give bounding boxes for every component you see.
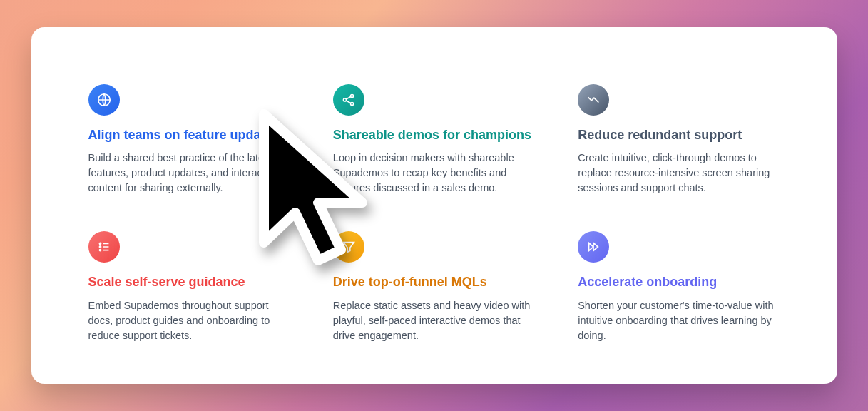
feature-shareable-demos: Shareable demos for champions Loop in de… bbox=[333, 84, 535, 196]
feature-align-teams: Align teams on feature updates Build a s… bbox=[88, 84, 290, 196]
feature-desc: Shorten your customer's time-to-value wi… bbox=[578, 298, 780, 343]
feature-title: Drive top-of-funnel MQLs bbox=[333, 274, 535, 290]
feature-title: Reduce redundant support bbox=[578, 127, 780, 143]
svg-point-4 bbox=[99, 243, 101, 245]
feature-card: Align teams on feature updates Build a s… bbox=[31, 27, 837, 384]
feature-grid: Align teams on feature updates Build a s… bbox=[88, 84, 780, 343]
feature-title: Scale self-serve guidance bbox=[88, 274, 290, 290]
svg-point-5 bbox=[99, 246, 101, 248]
feature-title: Accelerate onboarding bbox=[578, 274, 780, 290]
filter-icon bbox=[333, 231, 364, 263]
feature-desc: Create intuitive, click-through demos to… bbox=[578, 151, 780, 196]
feature-desc: Embed Supademos throughout support docs,… bbox=[88, 298, 290, 343]
feature-desc: Build a shared best practice of the late… bbox=[88, 151, 290, 196]
trend-icon bbox=[578, 84, 609, 116]
share-icon bbox=[333, 84, 364, 116]
list-icon bbox=[88, 231, 120, 263]
svg-point-2 bbox=[350, 94, 353, 97]
feature-accelerate-onboarding: Accelerate onboarding Shorten your custo… bbox=[578, 231, 780, 342]
svg-point-6 bbox=[99, 250, 101, 251]
feature-reduce-support: Reduce redundant support Create intuitiv… bbox=[578, 84, 780, 196]
svg-point-3 bbox=[350, 102, 353, 105]
feature-desc: Loop in decision makers with shareable S… bbox=[333, 151, 535, 196]
svg-point-1 bbox=[343, 98, 346, 101]
feature-title: Align teams on feature updates bbox=[88, 127, 290, 143]
forward-icon bbox=[578, 231, 609, 263]
feature-drive-mqls: Drive top-of-funnel MQLs Replace static … bbox=[333, 231, 535, 342]
feature-title: Shareable demos for champions bbox=[333, 127, 535, 143]
feature-desc: Replace static assets and heavy video wi… bbox=[333, 298, 535, 343]
globe-icon bbox=[88, 84, 120, 116]
feature-scale-guidance: Scale self-serve guidance Embed Supademo… bbox=[88, 231, 290, 342]
